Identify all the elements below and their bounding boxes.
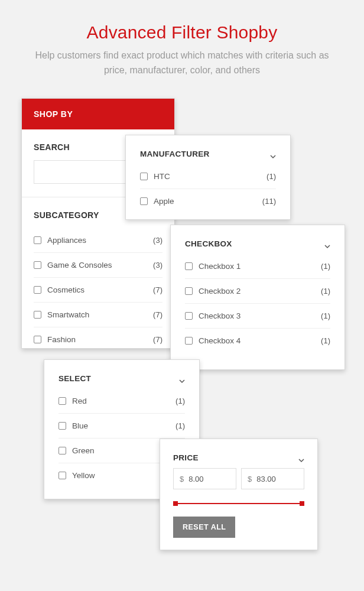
list-item[interactable]: Fashion 7 — [34, 327, 162, 346]
page-title: Advanced Filter Shopby — [0, 0, 364, 43]
list-item[interactable]: Smartwatch 7 — [34, 303, 162, 327]
checkbox-icon[interactable] — [58, 397, 66, 405]
price-slider[interactable] — [174, 500, 303, 507]
shopby-header: SHOP BY — [22, 99, 174, 129]
page-subtitle: Help customers find exact product which … — [0, 43, 364, 78]
checkbox-icon[interactable] — [140, 197, 148, 205]
currency-symbol: $ — [248, 475, 252, 483]
item-label: Checkbox 2 — [199, 287, 240, 296]
checkbox-icon[interactable] — [185, 262, 193, 270]
item-count: 1 — [266, 172, 276, 181]
item-count: 11 — [262, 197, 276, 206]
item-count: 7 — [153, 285, 162, 294]
item-label: HTC — [154, 172, 170, 181]
currency-symbol: $ — [180, 475, 184, 483]
manufacturer-panel: MANUFACTURER HTC 1 Apple 11 — [125, 135, 291, 220]
select-title: SELECT — [58, 374, 91, 383]
item-count: 7 — [153, 335, 162, 344]
chevron-down-icon[interactable] — [179, 376, 185, 382]
price-title: PRICE — [173, 453, 199, 462]
price-min-input[interactable]: $ 8.00 — [173, 468, 236, 489]
list-item[interactable]: Checkbox 3 1 — [185, 304, 330, 329]
item-label: Checkbox 1 — [199, 262, 240, 271]
item-count: 3 — [153, 261, 162, 269]
list-item[interactable]: Checkbox 1 1 — [185, 254, 330, 279]
checkbox-icon[interactable] — [185, 337, 193, 345]
checkbox-icon[interactable] — [185, 287, 193, 295]
item-label: Green — [72, 446, 95, 455]
price-min-value: 8.00 — [188, 475, 203, 483]
checkbox-icon[interactable] — [140, 173, 148, 180]
slider-track — [174, 503, 303, 504]
item-count: 1 — [176, 397, 185, 405]
list-item[interactable]: Checkbox 4 1 — [185, 329, 330, 353]
checkbox-icon[interactable] — [34, 311, 41, 319]
item-label: Cosmetics — [47, 285, 84, 294]
price-max-value: 83.00 — [256, 475, 276, 483]
checkbox-icon[interactable] — [58, 472, 66, 479]
list-item[interactable]: HTC 1 — [140, 164, 276, 189]
list-item[interactable]: Appliances 3 — [34, 228, 162, 253]
checkbox-icon[interactable] — [34, 236, 41, 244]
checkbox-icon[interactable] — [58, 447, 66, 454]
item-label: Appliances — [47, 236, 86, 245]
item-count: 1 — [321, 287, 330, 296]
item-label: Checkbox 3 — [199, 311, 240, 320]
checkbox-icon[interactable] — [185, 312, 193, 320]
item-count: 1 — [321, 311, 330, 320]
checkbox-icon[interactable] — [58, 422, 66, 430]
reset-all-button[interactable]: RESET ALL — [173, 517, 235, 538]
item-label: Red — [72, 397, 87, 405]
item-count: 1 — [176, 421, 185, 430]
chevron-down-icon[interactable] — [324, 241, 330, 247]
checkbox-icon[interactable] — [34, 286, 41, 294]
slider-handle-min[interactable] — [173, 501, 178, 506]
price-max-input[interactable]: $ 83.00 — [241, 468, 304, 489]
item-label: Game & Consoles — [47, 261, 112, 269]
item-count: 1 — [321, 262, 330, 271]
item-count: 3 — [153, 236, 162, 245]
checkbox-icon[interactable] — [34, 336, 41, 343]
item-label: Fashion — [47, 335, 76, 344]
list-item[interactable]: Blue 1 — [58, 414, 185, 439]
item-label: Checkbox 4 — [199, 336, 240, 345]
item-label: Blue — [72, 421, 88, 430]
manufacturer-title: MANUFACTURER — [140, 150, 210, 158]
item-label: Apple — [154, 197, 174, 206]
item-count: 1 — [321, 336, 330, 345]
list-item[interactable]: Apple 11 — [140, 189, 276, 213]
checkbox-title: CHECKBOX — [185, 239, 232, 248]
chevron-down-icon[interactable] — [270, 151, 276, 157]
price-panel: PRICE $ 8.00 $ 83.00 RESET ALL — [160, 439, 318, 550]
item-label: Yellow — [72, 471, 95, 480]
list-item[interactable]: Cosmetics 7 — [34, 278, 162, 303]
list-item[interactable]: Checkbox 2 1 — [185, 279, 330, 304]
item-label: Smartwatch — [47, 310, 89, 319]
list-item[interactable]: Red 1 — [58, 389, 185, 414]
chevron-down-icon[interactable] — [298, 455, 304, 461]
slider-handle-max[interactable] — [300, 501, 304, 506]
checkbox-panel: CHECKBOX Checkbox 1 1 Checkbox 2 1 Check… — [170, 225, 345, 370]
list-item[interactable]: Game & Consoles 3 — [34, 253, 162, 278]
checkbox-icon[interactable] — [34, 261, 41, 269]
item-count: 7 — [153, 310, 162, 319]
